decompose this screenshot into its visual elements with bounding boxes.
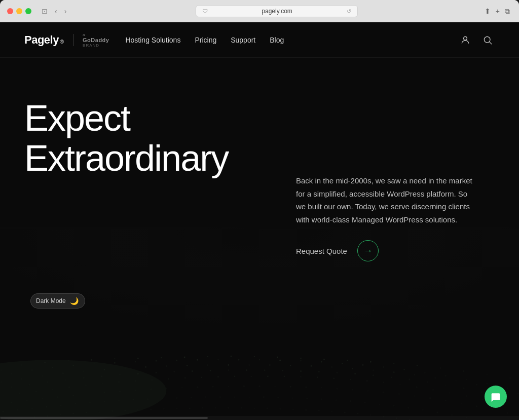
svg-point-10 <box>161 357 162 358</box>
hero-title-line2: Extraordinary <box>24 138 228 178</box>
svg-point-33 <box>135 361 136 362</box>
browser-actions: ⬆ + ⧉ <box>485 7 510 16</box>
godaddy-brand-label: brand <box>83 43 99 48</box>
add-tab-button[interactable]: + <box>496 7 500 15</box>
svg-point-240 <box>254 408 255 409</box>
address-bar[interactable]: 🛡 pagely.com ↺ <box>196 5 358 17</box>
svg-point-92 <box>210 370 211 371</box>
svg-point-55 <box>42 375 43 376</box>
svg-point-7 <box>91 359 92 361</box>
svg-point-233 <box>163 408 164 409</box>
svg-point-51 <box>507 388 508 389</box>
svg-point-146 <box>26 400 27 401</box>
nav-link-blog[interactable]: Blog <box>270 36 284 44</box>
svg-point-244 <box>305 409 307 411</box>
godaddy-name: GoDaddy <box>83 37 109 43</box>
svg-point-100 <box>354 373 356 374</box>
dark-mode-toggle[interactable]: Dark Mode 🌙 <box>30 293 85 309</box>
svg-point-245 <box>318 410 319 411</box>
svg-point-172 <box>429 397 431 399</box>
nav-right-actions <box>458 33 495 47</box>
account-icon-button[interactable] <box>458 33 472 47</box>
minimize-button[interactable] <box>16 8 22 14</box>
request-quote-link[interactable]: Request Quote <box>296 247 347 255</box>
svg-point-159 <box>228 386 229 387</box>
svg-point-68 <box>311 365 312 367</box>
close-button[interactable] <box>7 8 13 14</box>
svg-point-98 <box>318 371 319 372</box>
chat-button[interactable] <box>485 386 507 408</box>
maximize-button[interactable] <box>25 8 31 14</box>
svg-line-2 <box>490 42 492 44</box>
svg-point-87 <box>120 374 121 375</box>
svg-point-209 <box>408 407 409 408</box>
svg-point-155 <box>166 388 167 389</box>
svg-point-158 <box>212 386 213 387</box>
svg-point-97 <box>300 370 302 372</box>
svg-point-65 <box>249 364 250 365</box>
nav-link-support[interactable]: Support <box>231 36 255 44</box>
svg-point-50 <box>487 383 488 384</box>
nav-link-pricing[interactable]: Pricing <box>195 36 216 44</box>
dark-mode-icon: 🌙 <box>70 297 79 305</box>
svg-point-56 <box>62 372 64 374</box>
nav-link-hosting-solutions[interactable]: Hosting Solutions <box>125 36 180 44</box>
svg-point-117 <box>102 383 103 384</box>
hero-right-content: Back in the mid-2000s, we saw a need in … <box>296 174 478 261</box>
sidebar-toggle-button[interactable]: ⊡ <box>40 6 50 16</box>
svg-point-83 <box>47 381 48 383</box>
svg-point-35 <box>176 360 177 361</box>
svg-point-163 <box>290 386 291 388</box>
svg-point-84 <box>65 379 66 380</box>
logo-trademark: ® <box>60 39 64 45</box>
svg-point-103 <box>409 379 410 380</box>
svg-point-207 <box>379 404 380 405</box>
svg-point-71 <box>373 370 374 371</box>
svg-point-136 <box>416 387 418 388</box>
svg-point-73 <box>414 374 415 375</box>
svg-point-121 <box>168 378 169 380</box>
svg-point-17 <box>323 359 324 360</box>
svg-point-167 <box>352 389 353 390</box>
svg-point-126 <box>251 376 252 377</box>
svg-point-238 <box>228 407 229 409</box>
svg-point-177 <box>507 412 508 413</box>
dark-mode-label: Dark Mode <box>36 297 66 304</box>
svg-point-231 <box>137 409 138 410</box>
cta-arrow-button[interactable]: → <box>357 240 379 261</box>
svg-point-105 <box>445 385 446 386</box>
svg-point-241 <box>267 408 268 409</box>
svg-point-93 <box>228 370 229 371</box>
svg-point-78 <box>517 393 518 394</box>
svg-point-127 <box>267 375 269 377</box>
forward-button[interactable]: › <box>62 6 69 16</box>
svg-point-23 <box>463 370 464 372</box>
svg-point-89 <box>156 372 157 373</box>
svg-point-242 <box>280 408 281 409</box>
hero-title: Expect Extraordinary <box>24 98 495 178</box>
svg-point-61 <box>166 365 167 366</box>
svg-point-186 <box>75 403 76 404</box>
svg-point-133 <box>366 380 368 382</box>
svg-point-161 <box>259 386 260 387</box>
svg-point-185 <box>60 405 61 406</box>
logo-text[interactable]: Pagely <box>24 33 59 47</box>
back-button[interactable]: ‹ <box>53 6 59 16</box>
svg-point-201 <box>292 398 293 399</box>
address-bar-container: 🛡 pagely.com ↺ <box>72 5 480 17</box>
godaddy-brand: a GoDaddy brand <box>83 32 109 48</box>
svg-point-60 <box>145 366 146 368</box>
svg-point-20 <box>393 363 394 364</box>
svg-point-130 <box>317 376 318 378</box>
svg-point-74 <box>435 377 436 378</box>
svg-point-171 <box>414 396 415 397</box>
tabs-button[interactable]: ⧉ <box>505 7 510 16</box>
svg-point-64 <box>228 364 229 366</box>
svg-point-58 <box>104 369 105 370</box>
hero-cta-area: Request Quote → <box>296 240 478 261</box>
svg-point-94 <box>246 369 247 371</box>
scroll-bar[interactable] <box>0 416 519 420</box>
share-button[interactable]: ⬆ <box>485 7 491 15</box>
godaddy-a-text: a <box>83 32 85 37</box>
search-icon-button[interactable] <box>480 33 495 47</box>
